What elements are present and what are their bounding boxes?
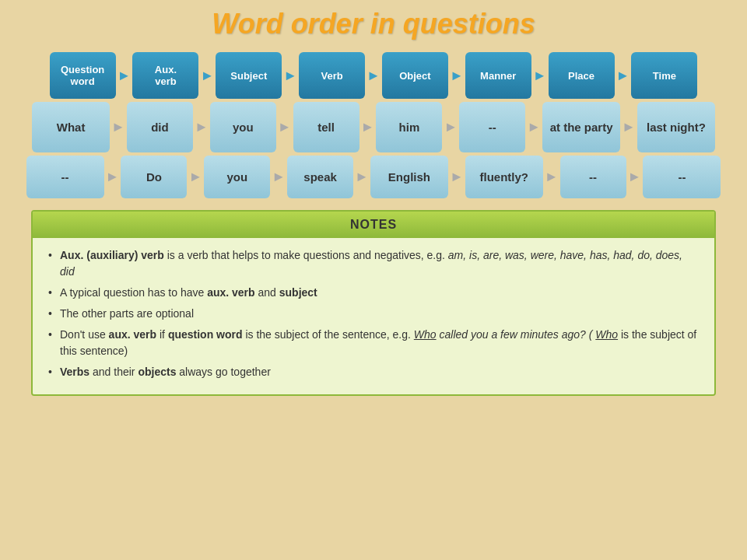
r2-arrow-6: ► xyxy=(545,169,559,185)
r1-arrow-5: ► xyxy=(444,119,458,135)
header-manner: Manner xyxy=(465,52,531,99)
r2-arrow-5: ► xyxy=(450,169,464,185)
note-2: A typical question has to have aux. verb… xyxy=(48,285,699,301)
r2-place: -- xyxy=(560,156,626,198)
note-4: Don't use aux. verb if question word is … xyxy=(48,327,699,359)
r1-arrow-2: ► xyxy=(195,119,209,135)
note4-text3: is the subject of the sentence, e.g. xyxy=(245,328,413,341)
arrow-1: ► xyxy=(117,68,132,84)
header-flow-row: Questionword ► Aux.verb ► Subject ► Verb… xyxy=(16,52,731,99)
r2-question-word: -- xyxy=(26,156,104,198)
r2-arrow-1: ► xyxy=(106,169,120,185)
r1-verb: tell xyxy=(293,102,359,152)
header-object: Object xyxy=(382,52,448,99)
note-3: The other parts are optional xyxy=(48,306,699,322)
notes-section: NOTES Aux. (auxiliary) verb is a verb th… xyxy=(31,210,716,396)
r1-arrow-4: ► xyxy=(361,119,375,135)
arrow-6: ► xyxy=(533,68,547,84)
note5-text1: and their xyxy=(93,366,138,378)
r2-arrow-2: ► xyxy=(188,169,202,185)
r1-aux-verb: did xyxy=(127,102,193,152)
header-question-word: Questionword xyxy=(50,52,116,99)
arrow-7: ► xyxy=(616,68,630,84)
note4-text1: Don't use xyxy=(60,328,109,341)
header-place: Place xyxy=(549,52,615,99)
r1-arrow-3: ► xyxy=(278,119,292,135)
header-verb: Verb xyxy=(299,52,365,99)
header-subject: Subject xyxy=(216,52,282,99)
note2-text2: and xyxy=(258,286,279,299)
notes-body: Aux. (auxiliary) verb is a verb that hel… xyxy=(33,238,714,394)
note-5: Verbs and their objects always go togeth… xyxy=(48,364,699,380)
arrow-2: ► xyxy=(200,68,214,84)
r1-time: last night? xyxy=(637,102,715,152)
r1-arrow-1: ► xyxy=(111,119,125,135)
note4-bold2: question word xyxy=(168,328,243,341)
r2-aux-verb: Do xyxy=(121,156,187,198)
r1-place: at the party xyxy=(542,102,620,152)
arrow-3: ► xyxy=(283,68,297,84)
note5-bold1: Verbs xyxy=(60,366,89,378)
note2-bold2: subject xyxy=(279,286,317,299)
r2-manner: fluently? xyxy=(465,156,543,198)
note-1: Aux. (auxiliary) verb is a verb that hel… xyxy=(48,247,699,280)
example-row-1: What ► did ► you ► tell ► him ► -- ► at … xyxy=(16,102,731,152)
page-title: Word order in questions xyxy=(16,8,731,40)
note1-bold: Aux. (auxiliary) verb xyxy=(60,249,164,261)
note5-bold2: objects xyxy=(138,366,176,378)
header-time: Time xyxy=(631,52,697,99)
note5-text2: always go together xyxy=(179,366,271,378)
note2-bold1: aux. verb xyxy=(207,286,254,299)
note1-text1: is a verb that helps to make questions a… xyxy=(167,249,448,261)
header-aux-verb: Aux.verb xyxy=(132,52,198,99)
arrow-4: ► xyxy=(366,68,381,84)
r2-arrow-4: ► xyxy=(355,169,369,185)
r2-time: -- xyxy=(643,156,721,198)
r2-object: English xyxy=(370,156,448,198)
note4-who2: Who xyxy=(595,328,618,341)
note4-text2: if xyxy=(160,328,168,341)
note3-text: The other parts are optional xyxy=(60,307,194,320)
note4-italic2: called you a few minutes ago? ( xyxy=(439,328,592,341)
note4-italic-underline: Who xyxy=(414,328,437,341)
r2-subject: you xyxy=(204,156,270,198)
r2-arrow-3: ► xyxy=(272,169,286,185)
r2-verb: speak xyxy=(287,156,353,198)
notes-header: NOTES xyxy=(33,212,714,238)
r2-arrow-7: ► xyxy=(628,169,642,185)
r1-object: him xyxy=(376,102,442,152)
r1-arrow-6: ► xyxy=(527,119,541,135)
example-row-2: -- ► Do ► you ► speak ► English ► fluent… xyxy=(16,156,731,198)
note4-bold1: aux. verb xyxy=(109,328,156,341)
r1-arrow-7: ► xyxy=(622,119,636,135)
r1-manner: -- xyxy=(459,102,525,152)
r1-question-word: What xyxy=(32,102,110,152)
r1-subject: you xyxy=(210,102,276,152)
arrow-5: ► xyxy=(450,68,464,84)
note2-text1: A typical question has to have xyxy=(60,286,207,299)
